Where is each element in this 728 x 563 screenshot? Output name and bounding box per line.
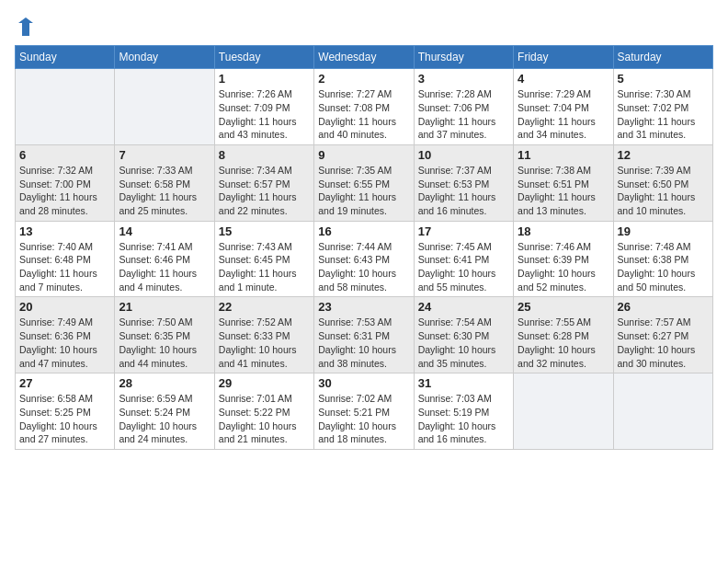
calendar-cell: 25Sunrise: 7:55 AMSunset: 6:28 PMDayligh… <box>514 297 613 373</box>
calendar-cell: 28Sunrise: 6:59 AMSunset: 5:24 PMDayligh… <box>115 373 214 450</box>
day-number: 27 <box>19 376 110 390</box>
day-number: 6 <box>19 148 110 162</box>
calendar-cell: 6Sunrise: 7:32 AMSunset: 7:00 PMDaylight… <box>16 144 115 221</box>
day-info: Sunrise: 7:38 AMSunset: 6:51 PMDaylight:… <box>518 164 609 218</box>
calendar-week-2: 6Sunrise: 7:32 AMSunset: 7:00 PMDaylight… <box>16 144 713 221</box>
calendar-cell: 30Sunrise: 7:02 AMSunset: 5:21 PMDayligh… <box>314 373 414 450</box>
day-info: Sunrise: 7:30 AMSunset: 7:02 PMDaylight:… <box>618 87 709 142</box>
day-number: 18 <box>518 224 609 238</box>
day-number: 7 <box>119 148 210 162</box>
day-info: Sunrise: 7:28 AMSunset: 7:06 PMDaylight:… <box>418 87 509 142</box>
day-info: Sunrise: 7:49 AMSunset: 6:36 PMDaylight:… <box>19 316 110 370</box>
day-number: 28 <box>119 376 210 390</box>
day-number: 3 <box>418 72 509 86</box>
day-info: Sunrise: 7:50 AMSunset: 6:35 PMDaylight:… <box>119 316 210 370</box>
calendar-week-5: 27Sunrise: 6:58 AMSunset: 5:25 PMDayligh… <box>16 373 713 450</box>
day-number: 1 <box>219 72 310 86</box>
day-number: 29 <box>219 376 310 390</box>
day-info: Sunrise: 7:35 AMSunset: 6:55 PMDaylight:… <box>318 164 409 218</box>
day-number: 9 <box>318 148 409 162</box>
day-number: 12 <box>618 148 709 162</box>
day-info: Sunrise: 7:34 AMSunset: 6:57 PMDaylight:… <box>219 164 310 218</box>
day-info: Sunrise: 7:02 AMSunset: 5:21 PMDaylight:… <box>318 392 409 446</box>
calendar-week-1: 1Sunrise: 7:26 AMSunset: 7:09 PMDaylight… <box>16 69 713 145</box>
calendar-week-4: 20Sunrise: 7:49 AMSunset: 6:36 PMDayligh… <box>16 297 713 373</box>
day-info: Sunrise: 7:39 AMSunset: 6:50 PMDaylight:… <box>618 164 709 218</box>
day-number: 17 <box>418 224 509 238</box>
calendar-cell <box>613 373 712 450</box>
day-info: Sunrise: 7:03 AMSunset: 5:19 PMDaylight:… <box>418 392 509 446</box>
day-number: 8 <box>219 148 310 162</box>
calendar-header-monday: Monday <box>115 46 214 69</box>
calendar-cell: 3Sunrise: 7:28 AMSunset: 7:06 PMDaylight… <box>414 69 513 145</box>
day-number: 30 <box>318 376 409 390</box>
calendar-cell: 1Sunrise: 7:26 AMSunset: 7:09 PMDaylight… <box>214 69 313 145</box>
calendar-cell: 31Sunrise: 7:03 AMSunset: 5:19 PMDayligh… <box>414 373 513 450</box>
calendar-cell: 26Sunrise: 7:57 AMSunset: 6:27 PMDayligh… <box>613 297 712 373</box>
day-info: Sunrise: 7:54 AMSunset: 6:30 PMDaylight:… <box>418 316 509 370</box>
calendar-cell: 4Sunrise: 7:29 AMSunset: 7:04 PMDaylight… <box>514 69 613 145</box>
day-info: Sunrise: 7:55 AMSunset: 6:28 PMDaylight:… <box>518 316 609 370</box>
calendar-cell: 24Sunrise: 7:54 AMSunset: 6:30 PMDayligh… <box>414 297 513 373</box>
calendar-cell: 22Sunrise: 7:52 AMSunset: 6:33 PMDayligh… <box>214 297 313 373</box>
calendar-cell: 23Sunrise: 7:53 AMSunset: 6:31 PMDayligh… <box>314 297 414 373</box>
calendar-header-thursday: Thursday <box>414 46 513 69</box>
day-number: 16 <box>318 224 409 238</box>
logo-general <box>15 15 35 38</box>
day-info: Sunrise: 7:27 AMSunset: 7:08 PMDaylight:… <box>318 87 409 142</box>
svg-marker-0 <box>18 17 33 36</box>
day-number: 4 <box>518 72 609 86</box>
day-info: Sunrise: 7:32 AMSunset: 7:00 PMDaylight:… <box>19 164 110 218</box>
day-info: Sunrise: 7:29 AMSunset: 7:04 PMDaylight:… <box>518 87 609 142</box>
day-info: Sunrise: 6:59 AMSunset: 5:24 PMDaylight:… <box>119 392 210 446</box>
day-number: 14 <box>119 224 210 238</box>
day-number: 22 <box>219 300 310 314</box>
calendar-cell: 5Sunrise: 7:30 AMSunset: 7:02 PMDaylight… <box>613 69 712 145</box>
day-number: 31 <box>418 376 509 390</box>
calendar-cell: 13Sunrise: 7:40 AMSunset: 6:48 PMDayligh… <box>16 221 115 297</box>
day-info: Sunrise: 7:33 AMSunset: 6:58 PMDaylight:… <box>119 164 210 218</box>
calendar-cell: 15Sunrise: 7:43 AMSunset: 6:45 PMDayligh… <box>214 221 313 297</box>
calendar-cell: 2Sunrise: 7:27 AMSunset: 7:08 PMDaylight… <box>314 69 414 145</box>
calendar-cell: 20Sunrise: 7:49 AMSunset: 6:36 PMDayligh… <box>16 297 115 373</box>
day-number: 25 <box>518 300 609 314</box>
day-info: Sunrise: 7:45 AMSunset: 6:41 PMDaylight:… <box>418 240 509 294</box>
calendar-cell: 8Sunrise: 7:34 AMSunset: 6:57 PMDaylight… <box>214 144 313 221</box>
day-info: Sunrise: 7:43 AMSunset: 6:45 PMDaylight:… <box>219 240 310 294</box>
logo <box>15 15 35 34</box>
day-number: 15 <box>219 224 310 238</box>
calendar-cell <box>514 373 613 450</box>
calendar-cell: 29Sunrise: 7:01 AMSunset: 5:22 PMDayligh… <box>214 373 313 450</box>
page: SundayMondayTuesdayWednesdayThursdayFrid… <box>0 0 728 563</box>
calendar-cell: 16Sunrise: 7:44 AMSunset: 6:43 PMDayligh… <box>314 221 414 297</box>
day-info: Sunrise: 7:01 AMSunset: 5:22 PMDaylight:… <box>219 392 310 446</box>
day-info: Sunrise: 7:57 AMSunset: 6:27 PMDaylight:… <box>618 316 709 370</box>
calendar-cell: 12Sunrise: 7:39 AMSunset: 6:50 PMDayligh… <box>613 144 712 221</box>
day-number: 13 <box>19 224 110 238</box>
calendar-header-row: SundayMondayTuesdayWednesdayThursdayFrid… <box>16 46 713 69</box>
day-info: Sunrise: 7:48 AMSunset: 6:38 PMDaylight:… <box>618 240 709 294</box>
calendar-body: 1Sunrise: 7:26 AMSunset: 7:09 PMDaylight… <box>16 69 713 450</box>
calendar-header-sunday: Sunday <box>16 46 115 69</box>
day-number: 10 <box>418 148 509 162</box>
calendar-cell: 11Sunrise: 7:38 AMSunset: 6:51 PMDayligh… <box>514 144 613 221</box>
calendar-cell: 27Sunrise: 6:58 AMSunset: 5:25 PMDayligh… <box>16 373 115 450</box>
day-number: 26 <box>618 300 709 314</box>
day-number: 2 <box>318 72 409 86</box>
calendar-cell <box>16 69 115 145</box>
calendar-table: SundayMondayTuesdayWednesdayThursdayFrid… <box>15 45 713 450</box>
calendar-header-saturday: Saturday <box>613 46 712 69</box>
day-info: Sunrise: 7:37 AMSunset: 6:53 PMDaylight:… <box>418 164 509 218</box>
day-info: Sunrise: 7:41 AMSunset: 6:46 PMDaylight:… <box>119 240 210 294</box>
day-info: Sunrise: 7:40 AMSunset: 6:48 PMDaylight:… <box>19 240 110 294</box>
day-number: 23 <box>318 300 409 314</box>
day-info: Sunrise: 7:52 AMSunset: 6:33 PMDaylight:… <box>219 316 310 370</box>
calendar-week-3: 13Sunrise: 7:40 AMSunset: 6:48 PMDayligh… <box>16 221 713 297</box>
calendar-cell: 21Sunrise: 7:50 AMSunset: 6:35 PMDayligh… <box>115 297 214 373</box>
calendar-cell: 10Sunrise: 7:37 AMSunset: 6:53 PMDayligh… <box>414 144 513 221</box>
calendar-header-wednesday: Wednesday <box>314 46 414 69</box>
calendar-cell <box>115 69 214 145</box>
calendar-header-tuesday: Tuesday <box>214 46 313 69</box>
day-number: 20 <box>19 300 110 314</box>
day-info: Sunrise: 7:46 AMSunset: 6:39 PMDaylight:… <box>518 240 609 294</box>
